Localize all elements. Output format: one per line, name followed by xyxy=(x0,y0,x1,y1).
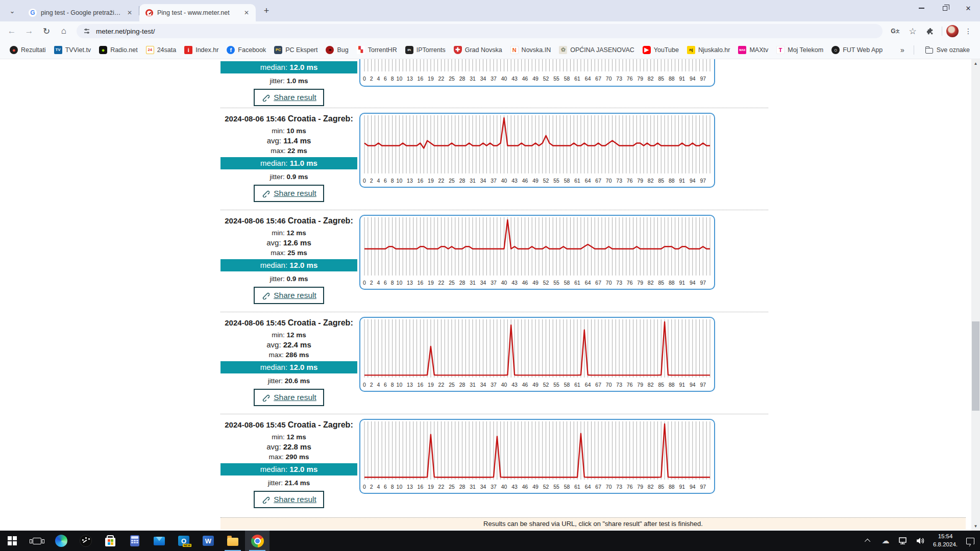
chrome-taskbar-icon[interactable] xyxy=(245,531,270,551)
profile-avatar[interactable] xyxy=(946,25,959,37)
extensions-puzzle-icon[interactable] xyxy=(922,23,938,39)
share-result-label: Share result xyxy=(274,189,316,198)
svg-text:43: 43 xyxy=(511,76,518,82)
gauge-app-icon[interactable] xyxy=(74,531,98,551)
home-icon[interactable]: ⌂ xyxy=(56,23,71,39)
ping-result-4: 2024-08-06 15:45 Croatia - Zagreb:min: 1… xyxy=(220,312,768,414)
share-result-button[interactable]: Share result xyxy=(254,89,324,106)
taskbar-clock[interactable]: 15:54 6.8.2024. xyxy=(930,533,961,548)
start-button[interactable] xyxy=(0,531,24,551)
bookmark-favicon-icon: TV xyxy=(54,46,62,54)
outlook-icon[interactable]: ONEW xyxy=(172,531,196,551)
svg-text:22: 22 xyxy=(438,382,445,388)
bookmark-24sata[interactable]: 2424sata xyxy=(142,44,180,56)
max-label: max: xyxy=(271,147,287,155)
restore-button[interactable] xyxy=(933,0,957,16)
svg-text:70: 70 xyxy=(606,280,612,286)
svg-text:94: 94 xyxy=(690,280,696,286)
mail-icon[interactable] xyxy=(147,531,172,551)
edge-icon[interactable] xyxy=(49,531,74,551)
new-tab-button[interactable]: + xyxy=(260,4,273,17)
median: median: 12.0 ms xyxy=(220,361,357,373)
bookmark-index-hr[interactable]: iIndex.hr xyxy=(181,44,222,56)
bookmark-youtube[interactable]: ▶YouTube xyxy=(639,44,682,56)
share-result-label: Share result xyxy=(274,393,316,402)
bookmark-bug[interactable]: ◓Bug xyxy=(322,44,352,56)
svg-text:94: 94 xyxy=(690,178,696,184)
bookmark-fut-web-app[interactable]: ○FUT Web App xyxy=(828,44,886,56)
bookmark-favicon-icon: ○ xyxy=(831,46,840,54)
svg-text:25: 25 xyxy=(449,382,455,388)
all-bookmarks-button[interactable]: Sve oznake xyxy=(921,45,974,55)
microsoft-store-icon[interactable] xyxy=(98,531,122,551)
link-icon xyxy=(261,495,270,504)
bookmarks-overflow-icon[interactable]: » xyxy=(897,45,906,55)
bookmark-label: YouTube xyxy=(654,46,679,54)
svg-text:37: 37 xyxy=(491,178,497,184)
svg-text:94: 94 xyxy=(690,76,696,82)
tab-close-icon[interactable]: ✕ xyxy=(126,9,134,17)
svg-text:49: 49 xyxy=(532,280,538,286)
share-result-button[interactable]: Share result xyxy=(254,287,324,304)
bookmark-njuskalo-hr[interactable]: njNjuskalo.hr xyxy=(683,44,734,56)
address-bar[interactable]: meter.net/ping-test/ xyxy=(77,24,883,38)
calculator-icon[interactable] xyxy=(122,531,147,551)
svg-text:8: 8 xyxy=(391,484,394,490)
median-value: 11.0 ms xyxy=(290,159,317,167)
share-result-button[interactable]: Share result xyxy=(254,389,324,406)
share-result-button[interactable]: Share result xyxy=(254,491,324,508)
bookmark-pc-ekspert[interactable]: PCPC Ekspert xyxy=(271,44,321,56)
bookmark-grad-novska[interactable]: ✚Grad Novska xyxy=(450,44,506,56)
bookmark-rezultati[interactable]: ●Rezultati xyxy=(6,44,50,56)
tab-1[interactable]: Gping test - Google pretraživanje✕ xyxy=(22,4,139,21)
site-info-icon[interactable] xyxy=(83,27,91,35)
bookmark-novska-in[interactable]: NNovska.IN xyxy=(507,44,555,56)
svg-text:73: 73 xyxy=(616,280,622,286)
svg-text:82: 82 xyxy=(648,484,654,490)
svg-text:76: 76 xyxy=(627,178,633,184)
volume-icon[interactable] xyxy=(913,531,928,551)
action-center-icon[interactable] xyxy=(963,531,978,551)
tray-chevron-up-icon[interactable] xyxy=(861,531,876,551)
minimize-button[interactable] xyxy=(910,0,933,16)
share-result-button[interactable]: Share result xyxy=(254,185,324,202)
ping-result-3: 2024-08-06 15:46 Croatia - Zagreb:min: 1… xyxy=(220,210,768,312)
bookmark-star-icon[interactable]: ☆ xyxy=(905,23,920,39)
bookmark-radio-net[interactable]: ●Radio.net xyxy=(95,44,141,56)
bookmark-torrenthr[interactable]: ▚TorrentHR xyxy=(353,44,401,56)
bookmark-iptorrents[interactable]: IPtIPTorrents xyxy=(402,44,449,56)
svg-text:16: 16 xyxy=(418,178,424,184)
svg-text:28: 28 xyxy=(459,484,465,490)
close-button[interactable]: ✕ xyxy=(957,0,980,16)
bookmark-maxtv[interactable]: MAXMAXtv xyxy=(734,44,772,56)
menu-dots-icon[interactable]: ⋮ xyxy=(961,23,976,39)
scrollbar-thumb[interactable] xyxy=(972,321,979,411)
reload-icon[interactable]: ↻ xyxy=(39,23,54,39)
svg-text:16: 16 xyxy=(418,76,424,82)
svg-text:79: 79 xyxy=(637,178,643,184)
translate-icon[interactable]: G文 xyxy=(888,23,903,39)
file-explorer-icon[interactable] xyxy=(220,531,245,551)
scroll-up-icon[interactable]: ▲ xyxy=(971,59,980,68)
all-bookmarks-label: Sve oznake xyxy=(937,46,970,54)
tab-close-icon[interactable]: ✕ xyxy=(242,9,251,17)
svg-text:8: 8 xyxy=(391,280,394,286)
onedrive-icon[interactable]: ☁ xyxy=(878,531,893,551)
word-icon[interactable]: W xyxy=(196,531,220,551)
svg-text:70: 70 xyxy=(606,382,612,388)
avg-label: avg: xyxy=(266,442,283,451)
tab-2[interactable]: Ping test - www.meter.net✕ xyxy=(139,4,256,21)
task-view-button[interactable] xyxy=(24,531,49,551)
svg-text:58: 58 xyxy=(564,280,570,286)
bookmark-facebook[interactable]: fFacebook xyxy=(223,44,270,56)
bookmark-op-ina-jasenovac[interactable]: ✿OPĆINA JASENOVAC xyxy=(555,44,638,56)
forward-icon[interactable]: → xyxy=(21,23,37,39)
bookmark-moj-telekom[interactable]: TMoj Telekom xyxy=(773,44,827,56)
back-icon[interactable]: ← xyxy=(4,23,19,39)
scroll-down-icon[interactable]: ▼ xyxy=(971,522,980,531)
network-icon[interactable] xyxy=(895,531,911,551)
result-summary: 2024-08-06 15:46 Croatia - Zagreb:min: 1… xyxy=(220,114,357,202)
bookmark-tvviet-tv[interactable]: TVTVViet.tv xyxy=(51,44,94,56)
tab-search-chevron-icon[interactable]: ⌄ xyxy=(5,4,19,18)
svg-text:64: 64 xyxy=(585,484,591,490)
